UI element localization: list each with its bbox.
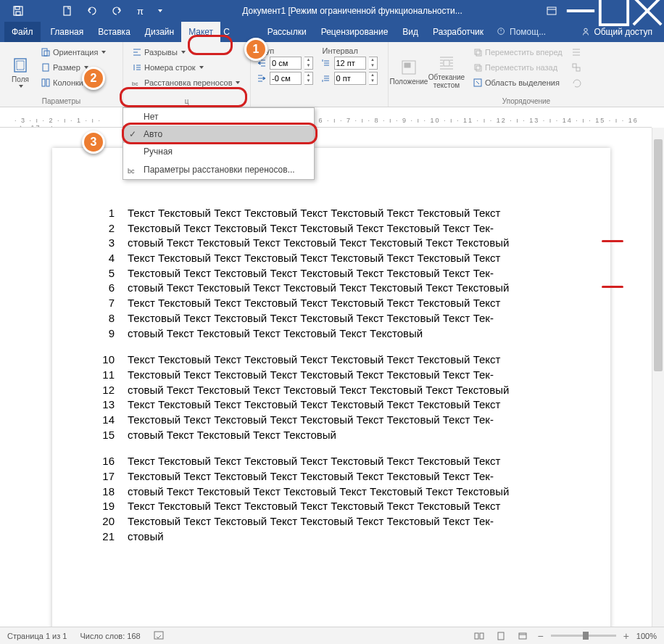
share-button[interactable]: Общий доступ: [573, 27, 660, 37]
svg-rect-24: [476, 51, 481, 56]
web-layout-icon[interactable]: [515, 630, 530, 642]
ribbon-options-icon[interactable]: [539, 0, 564, 22]
status-page[interactable]: Страница 1 из 1: [7, 632, 67, 640]
selection-pane-button[interactable]: Область выделения: [470, 75, 565, 90]
tab-design[interactable]: Дизайн: [138, 22, 181, 42]
callout-2: 2: [82, 67, 105, 90]
close-button[interactable]: [631, 0, 664, 22]
group-icon[interactable]: [568, 60, 586, 75]
doc-line[interactable]: 14Текстовый Текст Текстовый Текст Тексто…: [93, 413, 589, 428]
send-backward-button[interactable]: Переместить назад: [470, 60, 565, 75]
position-button[interactable]: Положение: [394, 45, 423, 96]
tab-layout[interactable]: Макет: [181, 22, 220, 42]
position-label: Положение: [390, 78, 428, 86]
hyphenation-params[interactable]: bcПараметры расстановки переносов...: [123, 160, 314, 179]
doc-line[interactable]: 18стовый Текст Текстовый Текст Текстовый…: [93, 484, 589, 500]
doc-line[interactable]: 4Текст Текстовый Текст Текстовый Текст Т…: [93, 251, 589, 266]
document-page[interactable]: 1Текст Текстовый Текст Текстовый Текст Т…: [52, 148, 610, 566]
spacer: [30, 0, 55, 22]
tab-mail[interactable]: Рассылки: [260, 22, 314, 42]
hyphenation-auto[interactable]: ✓Авто: [123, 125, 314, 143]
status-bar: Страница 1 из 1 Число слов: 168 − + 100%: [0, 627, 664, 644]
doc-line[interactable]: 5Текстовый Текст Текстовый Текст Текстов…: [93, 266, 589, 281]
tab-insert[interactable]: Вставка: [91, 22, 138, 42]
doc-line[interactable]: 17Текстовый Текст Текстовый Текст Тексто…: [93, 469, 589, 484]
arrange-label: Упорядочение: [394, 96, 658, 107]
tab-file[interactable]: Файл: [4, 22, 41, 42]
spacing-after[interactable]: ▲▼: [321, 71, 383, 86]
tab-view[interactable]: Вид: [395, 22, 426, 42]
doc-line[interactable]: 6стовый Текст Текстовый Текст Текстовый …: [93, 281, 589, 296]
zoom-thumb[interactable]: [583, 632, 589, 640]
indent-left[interactable]: ▲▼: [257, 56, 318, 70]
page-setup-label: Параметры: [6, 96, 117, 107]
spacing-after-input[interactable]: [334, 72, 366, 85]
doc-line[interactable]: 3стовый Текст Текстовый Текст Текстовый …: [93, 236, 589, 251]
tab-review[interactable]: Рецензирование: [314, 22, 396, 42]
indent-right-input[interactable]: [270, 72, 302, 85]
tab-home[interactable]: Главная: [43, 22, 91, 42]
zoom-slider[interactable]: [551, 635, 616, 637]
doc-line[interactable]: 1Текст Текстовый Текст Текстовый Текст Т…: [93, 206, 589, 221]
vertical-scrollbar[interactable]: [652, 128, 664, 627]
status-words[interactable]: Число слов: 168: [80, 632, 140, 640]
wrap-button[interactable]: Обтекание текстом: [426, 45, 467, 96]
redo-icon[interactable]: [104, 0, 129, 22]
qat-dropdown-icon[interactable]: [154, 0, 165, 22]
undo-icon[interactable]: [80, 0, 104, 22]
send-backward-label: Переместить назад: [485, 63, 557, 72]
line-numbers-button[interactable]: Номера строк: [129, 60, 243, 75]
scrollbar-thumb[interactable]: [654, 139, 663, 371]
orientation-button[interactable]: Ориентация: [38, 45, 109, 59]
spacing-before-input[interactable]: [334, 57, 366, 70]
doc-line[interactable]: 8Текстовый Текст Текстовый Текст Текстов…: [93, 311, 589, 326]
doc-line[interactable]: 10Текст Текстовый Текст Текстовый Текст …: [93, 352, 589, 368]
horizontal-ruler[interactable]: · 3 · ı · 2 · ı · 1 · ı · · ı · 5 · ı · …: [0, 115, 652, 128]
doc-line[interactable]: 15стовый Текст Текстовый Текст Текстовый: [93, 428, 589, 443]
zoom-level[interactable]: 100%: [636, 632, 657, 640]
spacing-before[interactable]: ▲▼: [321, 56, 383, 70]
save-icon[interactable]: [6, 0, 30, 22]
annotation-underline-1: [602, 240, 623, 242]
minimize-button[interactable]: [564, 0, 597, 22]
zoom-out-button[interactable]: −: [537, 630, 543, 642]
proofing-icon[interactable]: [154, 630, 165, 642]
spinner[interactable]: ▲▼: [304, 72, 313, 85]
maximize-button[interactable]: [597, 0, 631, 22]
doc-line[interactable]: 16Текст Текстовый Текст Текстовый Текст …: [93, 454, 589, 469]
doc-line[interactable]: 13Текст Текстовый Текст Текстовый Текст …: [93, 397, 589, 413]
hyphenation-manual[interactable]: Ручная: [123, 143, 314, 160]
indent-left-input[interactable]: [270, 57, 302, 70]
hyphenation-button[interactable]: bcРасстановка переносов: [129, 75, 243, 90]
hyphenation-none[interactable]: Нет: [123, 108, 314, 125]
read-mode-icon[interactable]: [472, 630, 486, 642]
callout-1: 1: [244, 38, 267, 61]
tell-me[interactable]: Помощ...: [497, 27, 546, 37]
doc-line[interactable]: 21стовый: [93, 529, 589, 545]
doc-line[interactable]: 9стовый Текст Текстовый Текст Текстовый …: [93, 326, 589, 342]
spinner[interactable]: ▲▼: [369, 57, 378, 70]
pi-icon[interactable]: π: [129, 0, 154, 22]
doc-line[interactable]: 7Текст Текстовый Текст Текстовый Текст Т…: [93, 296, 589, 311]
new-doc-icon[interactable]: [55, 0, 80, 22]
align-icon[interactable]: [568, 45, 586, 59]
document-area[interactable]: 1Текст Текстовый Текст Текстовый Текст Т…: [0, 128, 664, 627]
indent-right[interactable]: ▲▼: [257, 71, 318, 86]
spinner[interactable]: ▲▼: [304, 57, 313, 70]
print-layout-icon[interactable]: [494, 630, 508, 642]
doc-line[interactable]: 2Текстовый Текст Текстовый Текст Текстов…: [93, 221, 589, 236]
spacing-heading: Интервал: [321, 45, 383, 55]
breaks-button[interactable]: Разрывы: [129, 45, 243, 59]
doc-line[interactable]: 20Текстовый Текст Текстовый Текст Тексто…: [93, 514, 589, 529]
rotate-icon[interactable]: [568, 75, 586, 90]
paragraph-cut-label: ц: [129, 96, 244, 107]
doc-line[interactable]: 12стовый Текст Текстовый Текст Текстовый…: [93, 383, 589, 398]
hyphenation-auto-label: Авто: [144, 129, 162, 139]
doc-line[interactable]: 19Текст Текстовый Текст Текстовый Текст …: [93, 499, 589, 514]
bring-forward-button[interactable]: Переместить вперед: [470, 45, 565, 59]
doc-line[interactable]: 11Текстовый Текст Текстовый Текст Тексто…: [93, 368, 589, 383]
spinner[interactable]: ▲▼: [369, 72, 378, 85]
tab-developer[interactable]: Разработчик: [426, 22, 491, 42]
zoom-in-button[interactable]: +: [623, 630, 629, 642]
fields-button[interactable]: Поля: [6, 45, 35, 96]
